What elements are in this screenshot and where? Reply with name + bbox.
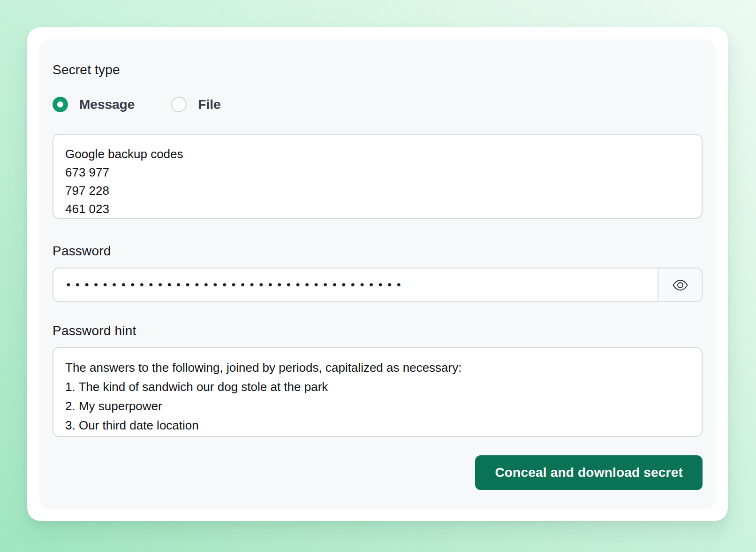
radio-option-file-label[interactable]: File — [198, 97, 220, 112]
page-background: Secret type Message File Google backup c… — [0, 0, 756, 552]
password-label: Password — [53, 243, 703, 259]
password-hint-label: Password hint — [53, 323, 703, 339]
secret-type-radio-group: Message File — [53, 97, 703, 112]
form-footer: Conceal and download secret — [53, 455, 703, 490]
eye-icon — [672, 276, 689, 294]
password-field-group — [53, 268, 703, 302]
secret-type-label: Secret type — [53, 62, 703, 78]
password-input[interactable] — [53, 268, 658, 301]
password-hint-textarea[interactable]: The answers to the following, joined by … — [53, 347, 703, 437]
toggle-password-visibility-button[interactable] — [658, 268, 702, 301]
secret-form-panel: Secret type Message File Google backup c… — [39, 39, 716, 509]
secret-message-textarea[interactable]: Google backup codes 673 977 797 228 461 … — [53, 134, 703, 219]
radio-unselected-icon[interactable] — [171, 97, 187, 112]
secret-card: Secret type Message File Google backup c… — [27, 27, 728, 521]
radio-option-file[interactable]: File — [171, 97, 220, 112]
radio-option-message[interactable]: Message — [53, 97, 135, 112]
radio-option-message-label[interactable]: Message — [79, 97, 135, 112]
conceal-download-button[interactable]: Conceal and download secret — [475, 455, 703, 490]
radio-selected-icon[interactable] — [53, 97, 68, 112]
